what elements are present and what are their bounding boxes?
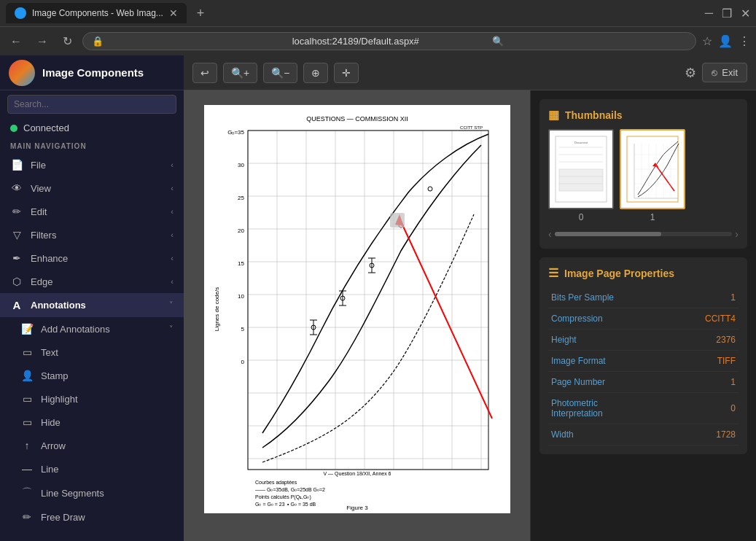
nav-label-line-segments: Line Segments	[41, 488, 104, 499]
app-title: Image Components	[42, 66, 144, 79]
table-row: Image FormatTIFF	[548, 351, 739, 372]
table-row: Page Number1	[548, 372, 739, 393]
window-restore-button[interactable]: ❒	[722, 7, 732, 20]
add-annotations-icon: 📝	[20, 323, 34, 335]
address-bar[interactable]: 🔒 localhost:24189/Default.aspx# 🔍	[82, 32, 696, 50]
hide-icon: ▭	[20, 416, 34, 428]
doc-viewer[interactable]: QUESTIONS — COMMISSION XII	[184, 90, 530, 541]
status-label: Connected	[23, 122, 69, 133]
nav-item-file[interactable]: 📄 File ‹	[0, 153, 184, 176]
thumbnail-image-0: Document	[548, 129, 614, 209]
connection-status: Connected	[0, 118, 184, 138]
exit-button[interactable]: ⎋ Exit	[702, 63, 747, 82]
svg-text:Document: Document	[574, 141, 588, 144]
thumb-scroll-left[interactable]: ‹	[548, 228, 552, 240]
zoom-out-button[interactable]: 🔍−	[263, 63, 297, 83]
line-icon: —	[20, 463, 34, 475]
svg-text:CCITT STP: CCITT STP	[460, 125, 483, 130]
nav-label-add-annotations: Add Annotations	[41, 324, 110, 335]
window-close-button[interactable]: ✕	[741, 7, 750, 20]
thumb-scrollbar-inner	[555, 232, 661, 236]
enhance-icon: ✒	[10, 252, 23, 264]
table-row: Photometric Interpretation0	[548, 393, 739, 424]
nav-item-add-annotations[interactable]: 📝 Add Annotations ˅	[0, 317, 184, 340]
fit-button[interactable]: ⊕	[303, 63, 328, 83]
nav-item-edit[interactable]: ✏ Edit ‹	[0, 200, 184, 223]
sidebar-search	[0, 90, 184, 118]
new-tab-button[interactable]: +	[192, 6, 209, 21]
nav-item-annotations[interactable]: A Annotations ˅	[0, 293, 184, 317]
browser-toolbar: ← → ↻ 🔒 localhost:24189/Default.aspx# 🔍 …	[0, 26, 756, 55]
svg-text:G₀=35: G₀=35	[227, 129, 244, 136]
annotations-icon: A	[10, 299, 23, 311]
nav-item-enhance[interactable]: ✒ Enhance ‹	[0, 246, 184, 270]
svg-text:Figure 3: Figure 3	[346, 505, 368, 511]
properties-table: Bits Per Sample1CompressionCCITT4Height2…	[548, 287, 739, 445]
back-button[interactable]: ←	[6, 32, 26, 51]
svg-text:Lignes de code/s: Lignes de code/s	[214, 287, 220, 332]
nav-label-text: Text	[41, 347, 58, 358]
forward-button[interactable]: →	[32, 32, 52, 51]
svg-text:V — Question 18/XII, Annex 6: V — Question 18/XII, Annex 6	[323, 471, 391, 477]
svg-text:Points calculés P(Q₁,G₀): Points calculés P(Q₁,G₀)	[255, 494, 311, 500]
right-panel: ▦ Thumbnails	[530, 90, 756, 541]
highlight-icon: ▭	[20, 393, 34, 405]
edit-icon: ✏	[10, 206, 23, 217]
nav-item-view[interactable]: 👁 View ‹	[0, 176, 184, 200]
nav-item-arrow[interactable]: ↑ Arrow	[0, 434, 184, 457]
nav-label-view: View	[31, 183, 51, 194]
app-logo	[9, 60, 35, 86]
settings-button[interactable]: ⚙	[685, 65, 696, 81]
properties-title: ☰ Image Page Properties	[548, 266, 739, 280]
nav-item-edge[interactable]: ⬡ Edge ‹	[0, 270, 184, 293]
thumb-scroll-right[interactable]: ›	[735, 228, 739, 240]
view-toolbar: ↩ 🔍+ 🔍− ⊕ ✛ ⚙ ⎋ Exit	[184, 55, 756, 90]
nav-item-highlight[interactable]: ▭ Highlight	[0, 387, 184, 410]
enhance-arrow: ‹	[171, 254, 174, 262]
svg-text:QUESTIONS — COMMISSION XII: QUESTIONS — COMMISSION XII	[306, 115, 408, 122]
nav-item-line-segments[interactable]: ⌒ Line Segments	[0, 480, 184, 505]
svg-rect-47	[390, 213, 405, 227]
undo-button[interactable]: ↩	[192, 63, 217, 83]
thumbnails-scrollbar-container: ‹ ›	[548, 228, 739, 240]
reload-button[interactable]: ↻	[58, 31, 77, 51]
nav-item-line[interactable]: — Line	[0, 457, 184, 480]
file-icon: 📄	[10, 159, 23, 171]
edge-icon: ⬡	[10, 276, 23, 287]
nav-item-free-draw[interactable]: ✏ Free Draw	[0, 505, 184, 529]
menu-icon[interactable]: ⋮	[739, 34, 750, 48]
stamp-icon: 👤	[20, 370, 34, 381]
nav-label-line: Line	[41, 464, 59, 475]
table-row: Bits Per Sample1	[548, 287, 739, 308]
window-minimize-button[interactable]: ─	[705, 7, 713, 20]
main-content: ↩ 🔍+ 🔍− ⊕ ✛ ⚙ ⎋ Exit QUESTIONS — COMMISS…	[184, 55, 756, 541]
nav-label-hide: Hide	[41, 417, 61, 428]
exit-label: Exit	[722, 67, 738, 78]
pan-button[interactable]: ✛	[334, 63, 359, 83]
bookmark-icon[interactable]: ☆	[702, 34, 712, 48]
search-input[interactable]	[7, 95, 176, 114]
nav-item-text[interactable]: ▭ Text	[0, 340, 184, 364]
browser-tab[interactable]: Image Components - Web Imag... ✕	[6, 3, 187, 23]
nav-label-stamp: Stamp	[41, 370, 69, 381]
nav-label-edit: Edit	[31, 206, 47, 217]
text-icon: ▭	[20, 346, 34, 358]
svg-text:30: 30	[238, 162, 244, 168]
thumb-scrollbar[interactable]	[555, 232, 733, 236]
thumbnail-label-0: 0	[579, 212, 584, 222]
profile-icon[interactable]: 👤	[718, 34, 733, 48]
thumbnail-item-1[interactable]: 1	[620, 129, 685, 222]
nav-item-hide[interactable]: ▭ Hide	[0, 410, 184, 434]
status-dot	[10, 125, 17, 132]
browser-actions: ☆ 👤 ⋮	[702, 34, 750, 48]
nav-item-filters[interactable]: ▽ Filters ‹	[0, 223, 184, 246]
nav-item-stamp[interactable]: 👤 Stamp	[0, 364, 184, 387]
zoom-in-button[interactable]: 🔍+	[223, 63, 257, 83]
svg-text:5: 5	[241, 326, 244, 332]
thumbnails-title: ▦ Thumbnails	[548, 108, 739, 122]
svg-text:15: 15	[238, 260, 244, 267]
svg-text:20: 20	[238, 227, 244, 234]
tab-close-button[interactable]: ✕	[169, 7, 178, 19]
nav-label-arrow: Arrow	[41, 440, 66, 451]
thumbnail-item-0[interactable]: Document 0	[548, 129, 614, 222]
